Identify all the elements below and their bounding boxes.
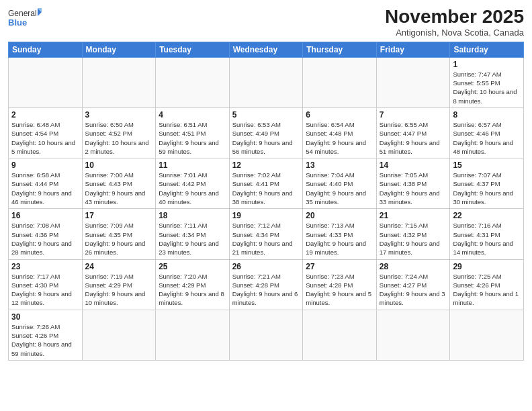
day-info: Sunrise: 6:48 AM Sunset: 4:54 PM Dayligh… <box>11 120 79 156</box>
day-info: Sunrise: 7:04 AM Sunset: 4:40 PM Dayligh… <box>306 171 373 206</box>
col-wednesday: Wednesday <box>229 42 303 57</box>
header: General Blue November 2025 Antigonish, N… <box>8 7 524 38</box>
calendar-cell: 6Sunrise: 6:54 AM Sunset: 4:48 PM Daylig… <box>303 107 377 158</box>
col-friday: Friday <box>376 42 450 57</box>
day-number: 25 <box>159 262 226 271</box>
day-number: 16 <box>11 211 79 220</box>
day-info: Sunrise: 7:05 AM Sunset: 4:38 PM Dayligh… <box>380 171 447 206</box>
calendar-cell: 9Sunrise: 6:58 AM Sunset: 4:44 PM Daylig… <box>9 158 83 209</box>
day-number: 5 <box>232 110 300 120</box>
calendar-cell <box>376 310 450 360</box>
day-number: 26 <box>232 262 300 271</box>
calendar-table: Sunday Monday Tuesday Wednesday Thursday… <box>8 42 524 361</box>
day-info: Sunrise: 6:58 AM Sunset: 4:44 PM Dayligh… <box>11 171 79 206</box>
day-info: Sunrise: 7:26 AM Sunset: 4:26 PM Dayligh… <box>11 322 79 358</box>
calendar-cell: 13Sunrise: 7:04 AM Sunset: 4:40 PM Dayli… <box>303 158 377 209</box>
calendar-cell <box>156 310 230 360</box>
day-info: Sunrise: 7:13 AM Sunset: 4:33 PM Dayligh… <box>306 221 373 257</box>
calendar-cell: 25Sunrise: 7:20 AM Sunset: 4:29 PM Dayli… <box>156 259 230 310</box>
calendar-cell <box>156 57 230 107</box>
calendar-cell: 11Sunrise: 7:01 AM Sunset: 4:42 PM Dayli… <box>156 158 230 209</box>
day-number: 21 <box>380 211 447 220</box>
calendar-cell: 4Sunrise: 6:51 AM Sunset: 4:51 PM Daylig… <box>156 107 230 158</box>
calendar-cell <box>229 57 303 107</box>
day-info: Sunrise: 7:09 AM Sunset: 4:35 PM Dayligh… <box>85 221 153 257</box>
day-info: Sunrise: 7:19 AM Sunset: 4:29 PM Dayligh… <box>85 272 153 308</box>
calendar-cell <box>303 310 377 360</box>
col-monday: Monday <box>82 42 156 57</box>
title-section: November 2025 Antigonish, Nova Scotia, C… <box>385 7 524 38</box>
calendar-cell: 7Sunrise: 6:55 AM Sunset: 4:47 PM Daylig… <box>376 107 450 158</box>
day-number: 2 <box>11 110 79 120</box>
day-number: 23 <box>11 262 79 271</box>
generalblue-logo-icon: General Blue <box>8 7 42 32</box>
calendar-cell: 22Sunrise: 7:16 AM Sunset: 4:31 PM Dayli… <box>450 209 524 259</box>
calendar-cell: 24Sunrise: 7:19 AM Sunset: 4:29 PM Dayli… <box>82 259 156 310</box>
day-number: 24 <box>85 262 153 271</box>
day-info: Sunrise: 7:08 AM Sunset: 4:36 PM Dayligh… <box>11 221 79 257</box>
day-info: Sunrise: 7:17 AM Sunset: 4:30 PM Dayligh… <box>11 272 79 308</box>
calendar-cell <box>376 57 450 107</box>
day-number: 18 <box>159 211 226 220</box>
svg-text:General: General <box>8 9 37 18</box>
day-number: 19 <box>232 211 300 220</box>
day-number: 13 <box>306 161 373 170</box>
calendar-cell: 5Sunrise: 6:53 AM Sunset: 4:49 PM Daylig… <box>229 107 303 158</box>
calendar-cell: 16Sunrise: 7:08 AM Sunset: 4:36 PM Dayli… <box>9 209 83 259</box>
calendar-cell <box>9 57 83 107</box>
day-info: Sunrise: 7:21 AM Sunset: 4:28 PM Dayligh… <box>232 272 300 308</box>
calendar-cell <box>82 310 156 360</box>
day-info: Sunrise: 6:55 AM Sunset: 4:47 PM Dayligh… <box>380 120 447 156</box>
day-number: 29 <box>453 262 521 271</box>
calendar-cell: 29Sunrise: 7:25 AM Sunset: 4:26 PM Dayli… <box>450 259 524 310</box>
page: General Blue November 2025 Antigonish, N… <box>0 0 532 411</box>
calendar-cell <box>82 57 156 107</box>
month-year-title: November 2025 <box>385 7 524 28</box>
calendar-cell: 23Sunrise: 7:17 AM Sunset: 4:30 PM Dayli… <box>9 259 83 310</box>
day-info: Sunrise: 6:51 AM Sunset: 4:51 PM Dayligh… <box>159 120 226 156</box>
day-number: 20 <box>306 211 373 220</box>
day-info: Sunrise: 6:50 AM Sunset: 4:52 PM Dayligh… <box>85 120 153 156</box>
day-info: Sunrise: 7:16 AM Sunset: 4:31 PM Dayligh… <box>453 221 521 257</box>
calendar-header-row: Sunday Monday Tuesday Wednesday Thursday… <box>9 42 524 57</box>
day-info: Sunrise: 6:54 AM Sunset: 4:48 PM Dayligh… <box>306 120 373 156</box>
location-subtitle: Antigonish, Nova Scotia, Canada <box>385 28 524 38</box>
day-info: Sunrise: 6:53 AM Sunset: 4:49 PM Dayligh… <box>232 120 300 156</box>
day-number: 27 <box>306 262 373 271</box>
day-number: 8 <box>453 110 521 120</box>
day-info: Sunrise: 7:02 AM Sunset: 4:41 PM Dayligh… <box>232 171 300 206</box>
day-number: 1 <box>453 60 521 69</box>
calendar-cell: 8Sunrise: 6:57 AM Sunset: 4:46 PM Daylig… <box>450 107 524 158</box>
day-number: 11 <box>159 161 226 170</box>
day-number: 10 <box>85 161 153 170</box>
day-info: Sunrise: 7:24 AM Sunset: 4:27 PM Dayligh… <box>380 272 447 308</box>
day-info: Sunrise: 7:11 AM Sunset: 4:34 PM Dayligh… <box>159 221 226 257</box>
col-sunday: Sunday <box>9 42 83 57</box>
day-number: 17 <box>85 211 153 220</box>
day-number: 3 <box>85 110 153 120</box>
day-info: Sunrise: 7:15 AM Sunset: 4:32 PM Dayligh… <box>380 221 447 257</box>
calendar-cell: 10Sunrise: 7:00 AM Sunset: 4:43 PM Dayli… <box>82 158 156 209</box>
calendar-cell: 17Sunrise: 7:09 AM Sunset: 4:35 PM Dayli… <box>82 209 156 259</box>
day-info: Sunrise: 7:20 AM Sunset: 4:29 PM Dayligh… <box>159 272 226 308</box>
calendar-cell <box>229 310 303 360</box>
day-info: Sunrise: 7:00 AM Sunset: 4:43 PM Dayligh… <box>85 171 153 206</box>
calendar-cell: 18Sunrise: 7:11 AM Sunset: 4:34 PM Dayli… <box>156 209 230 259</box>
day-number: 30 <box>11 312 79 322</box>
day-number: 4 <box>159 110 226 120</box>
calendar-cell: 15Sunrise: 7:07 AM Sunset: 4:37 PM Dayli… <box>450 158 524 209</box>
day-info: Sunrise: 7:12 AM Sunset: 4:34 PM Dayligh… <box>232 221 300 257</box>
col-tuesday: Tuesday <box>156 42 230 57</box>
calendar-cell: 14Sunrise: 7:05 AM Sunset: 4:38 PM Dayli… <box>376 158 450 209</box>
calendar-cell: 27Sunrise: 7:23 AM Sunset: 4:28 PM Dayli… <box>303 259 377 310</box>
day-info: Sunrise: 7:23 AM Sunset: 4:28 PM Dayligh… <box>306 272 373 308</box>
day-number: 9 <box>11 161 79 170</box>
calendar-cell: 30Sunrise: 7:26 AM Sunset: 4:26 PM Dayli… <box>9 310 83 360</box>
day-info: Sunrise: 7:07 AM Sunset: 4:37 PM Dayligh… <box>453 171 521 206</box>
col-thursday: Thursday <box>303 42 377 57</box>
day-number: 15 <box>453 161 521 170</box>
calendar-cell: 20Sunrise: 7:13 AM Sunset: 4:33 PM Dayli… <box>303 209 377 259</box>
day-info: Sunrise: 7:47 AM Sunset: 5:55 PM Dayligh… <box>453 70 521 105</box>
calendar-cell: 21Sunrise: 7:15 AM Sunset: 4:32 PM Dayli… <box>376 209 450 259</box>
day-number: 28 <box>380 262 447 271</box>
